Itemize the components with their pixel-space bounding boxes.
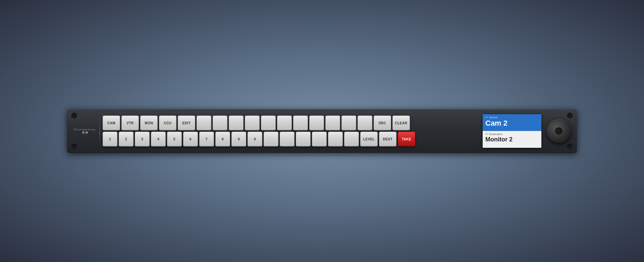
- btn-clear[interactable]: CLEAR: [392, 116, 410, 130]
- brand-name: Blackmagicdesign: [74, 128, 96, 131]
- btn-9[interactable]: 9: [231, 132, 246, 146]
- btn-blank-13[interactable]: [280, 132, 294, 146]
- status-display: Source Cam 2 Destination Monitor 2: [483, 114, 541, 148]
- btn-blank-17[interactable]: [344, 132, 359, 146]
- bottom-button-row: 1 2 3 4 5 6 7 8 9 0 LEVEL DEST TAKE: [103, 132, 477, 146]
- btn-6[interactable]: 6: [183, 132, 198, 146]
- btn-blank-8[interactable]: [309, 116, 324, 130]
- btn-blank-14[interactable]: [296, 132, 311, 146]
- logo-circle-2: [86, 131, 88, 134]
- source-value: Cam 2: [485, 120, 539, 127]
- btn-blank-16[interactable]: [328, 132, 343, 146]
- btn-3[interactable]: 3: [135, 132, 150, 146]
- mount-hole-tr: [567, 113, 573, 119]
- btn-mon[interactable]: MON: [140, 116, 158, 130]
- source-label: Source: [485, 116, 539, 119]
- btn-0[interactable]: 0: [248, 132, 262, 146]
- mount-hole-br: [567, 143, 573, 149]
- brand-icon: [82, 131, 88, 134]
- btn-cam[interactable]: CAM: [103, 116, 120, 130]
- router-panel: Blackmagicdesign CAM VTR MON CCU EDIT S: [67, 109, 577, 153]
- btn-blank-4[interactable]: [245, 116, 260, 130]
- btn-vtr[interactable]: VTR: [121, 116, 139, 130]
- btn-dest[interactable]: DEST: [379, 132, 396, 146]
- btn-blank-5[interactable]: [261, 116, 276, 130]
- btn-blank-2[interactable]: [213, 116, 227, 130]
- btn-7[interactable]: 7: [199, 132, 214, 146]
- btn-blank-7[interactable]: [293, 116, 308, 130]
- btn-edit[interactable]: EDIT: [178, 116, 195, 130]
- rotary-knob[interactable]: [547, 119, 571, 143]
- btn-blank-11[interactable]: [358, 116, 372, 130]
- btn-2[interactable]: 2: [119, 132, 133, 146]
- vertical-separator: [99, 116, 100, 146]
- btn-blank-3[interactable]: [229, 116, 244, 130]
- btn-blank-6[interactable]: [277, 116, 292, 130]
- btn-5[interactable]: 5: [167, 132, 182, 146]
- button-panel: CAM VTR MON CCU EDIT SRC CLEAR 1 2 3 4 5: [103, 116, 477, 146]
- btn-8[interactable]: 8: [215, 132, 230, 146]
- top-button-row: CAM VTR MON CCU EDIT SRC CLEAR: [103, 116, 477, 130]
- btn-take[interactable]: TAKE: [398, 132, 415, 146]
- btn-blank-9[interactable]: [325, 116, 340, 130]
- source-section: Source Cam 2: [483, 114, 541, 131]
- destination-section: Destination Monitor 2: [483, 131, 541, 148]
- logo-circle-1: [82, 131, 85, 134]
- knob-center: [555, 127, 563, 135]
- btn-4[interactable]: 4: [151, 132, 166, 146]
- btn-src[interactable]: SRC: [374, 116, 391, 130]
- mount-hole-tl: [71, 113, 77, 119]
- btn-blank-15[interactable]: [312, 132, 327, 146]
- brand-logo: Blackmagicdesign: [73, 128, 97, 134]
- btn-level[interactable]: LEVEL: [360, 132, 378, 146]
- btn-blank-10[interactable]: [341, 116, 356, 130]
- destination-value: Monitor 2: [485, 136, 539, 142]
- mount-hole-bl: [71, 143, 77, 149]
- btn-1[interactable]: 1: [103, 132, 117, 146]
- destination-label: Destination: [485, 132, 539, 136]
- btn-blank-1[interactable]: [197, 116, 211, 130]
- btn-blank-12[interactable]: [264, 132, 278, 146]
- btn-ccu[interactable]: CCU: [159, 116, 176, 130]
